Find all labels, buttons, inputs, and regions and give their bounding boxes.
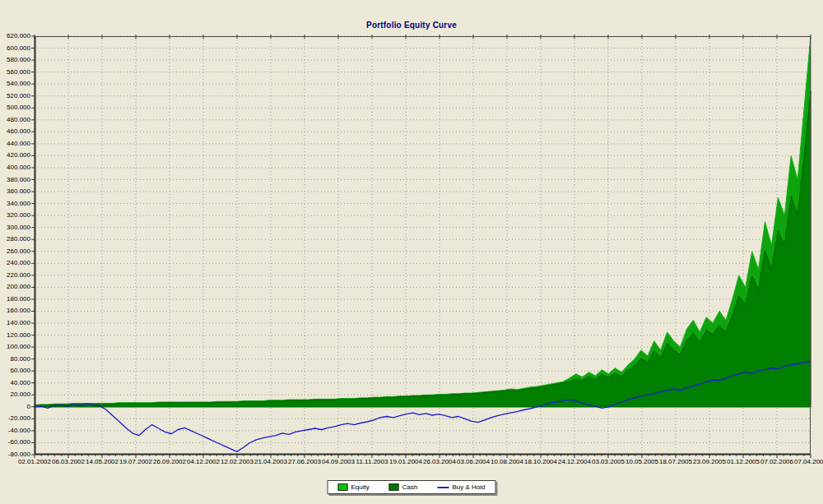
x-tick-label: 10.08.2004 xyxy=(491,458,523,465)
y-tick-label: 620.000 xyxy=(0,33,30,39)
y-tick-label: 220.000 xyxy=(0,272,30,279)
x-tick-label: 01.12.2005 xyxy=(727,458,760,465)
y-tick-label: 600.000 xyxy=(0,45,30,52)
y-tick-label: 520.000 xyxy=(0,93,30,99)
x-tick-label: 26.09.2002 xyxy=(153,458,186,465)
y-tick-label: 40.000 xyxy=(0,380,30,386)
legend-item-cash: Cash xyxy=(389,483,418,491)
y-tick-label: 300.000 xyxy=(0,224,30,231)
legend-item-buy-hold: Buy & Hold xyxy=(437,483,485,491)
x-tick-label: 27.06.2003 xyxy=(288,458,321,465)
x-tick-label: 07.04.2006 xyxy=(794,458,823,465)
y-tick-label: -40.000 xyxy=(0,428,30,434)
x-tick-label: 02.01.2002 xyxy=(18,458,51,465)
x-tick-label: 03.06.2004 xyxy=(457,458,490,465)
y-tick-label: 400.000 xyxy=(0,164,30,171)
x-tick-label: 14.05.2002 xyxy=(86,458,119,465)
plot-area xyxy=(35,36,811,455)
y-tick-label: 360.000 xyxy=(0,188,30,195)
x-tick-label: 04.09.2003 xyxy=(322,458,355,465)
x-tick-label: 06.03.2002 xyxy=(52,458,85,465)
y-tick-label: 420.000 xyxy=(0,152,30,159)
y-tick-label: 560.000 xyxy=(0,69,30,76)
y-tick-label: 460.000 xyxy=(0,128,30,135)
plot-canvas xyxy=(35,36,811,455)
x-axis-labels: 02.01.200206.03.200214.05.200219.07.2002… xyxy=(35,458,811,468)
legend-color-swatch xyxy=(389,483,399,491)
x-tick-label: 04.12.2002 xyxy=(187,458,220,465)
x-tick-label: 10.05.2005 xyxy=(625,458,658,465)
y-tick-label: 260.000 xyxy=(0,248,30,255)
y-tick-label: 120.000 xyxy=(0,332,30,339)
legend-line-marker xyxy=(437,487,449,488)
y-tick-label: -80.000 xyxy=(0,451,30,458)
y-tick-label: 100.000 xyxy=(0,344,30,350)
x-tick-label: 23.09.2005 xyxy=(693,458,726,465)
chart-legend: EquityCashBuy & Hold xyxy=(328,480,496,494)
x-tick-label: 07.02.2006 xyxy=(760,458,793,465)
y-tick-label: 480.000 xyxy=(0,117,30,123)
y-tick-label: 160.000 xyxy=(0,307,30,314)
x-tick-label: 19.07.2002 xyxy=(119,458,152,465)
x-tick-label: 11.11.2003 xyxy=(356,458,388,465)
legend-label: Buy & Hold xyxy=(452,483,485,491)
y-tick-label: 500.000 xyxy=(0,104,30,111)
y-tick-label: 280.000 xyxy=(0,236,30,243)
y-tick-label: 320.000 xyxy=(0,212,30,219)
y-tick-label: 60.000 xyxy=(0,368,30,374)
y-tick-label: -20.000 xyxy=(0,415,30,422)
portfolio-equity-chart: Portfolio Equity Curve 620.000600.000580… xyxy=(0,0,823,504)
x-tick-label: 21.04.2003 xyxy=(254,458,287,465)
y-tick-label: 140.000 xyxy=(0,320,30,326)
x-tick-label: 18.10.2004 xyxy=(524,458,557,465)
x-tick-label: 03.03.2005 xyxy=(592,458,625,465)
y-tick-label: 80.000 xyxy=(0,356,30,363)
legend-label: Equity xyxy=(351,483,370,491)
y-tick-label: 240.000 xyxy=(0,260,30,266)
y-tick-label: 380.000 xyxy=(0,177,30,183)
legend-color-swatch xyxy=(338,483,348,491)
y-tick-label: -60.000 xyxy=(0,439,30,446)
y-axis-labels: 620.000600.000580.000560.000540.000520.0… xyxy=(0,36,30,455)
chart-title: Portfolio Equity Curve xyxy=(0,21,823,30)
y-tick-label: 540.000 xyxy=(0,81,30,87)
y-tick-label: 200.000 xyxy=(0,284,30,290)
y-tick-label: 580.000 xyxy=(0,57,30,63)
legend-item-equity: Equity xyxy=(338,483,370,491)
x-tick-label: 26.03.2004 xyxy=(423,458,456,465)
y-tick-label: 0 xyxy=(0,404,30,410)
x-tick-label: 12.02.2003 xyxy=(221,458,253,465)
y-tick-label: 180.000 xyxy=(0,296,30,303)
y-tick-label: 340.000 xyxy=(0,201,30,207)
y-tick-label: 440.000 xyxy=(0,141,30,147)
series-area-cash xyxy=(35,91,811,407)
x-tick-label: 18.07.2005 xyxy=(659,458,692,465)
legend-label: Cash xyxy=(402,483,418,491)
x-tick-label: 24.12.2004 xyxy=(558,458,591,465)
x-tick-label: 19.01.2004 xyxy=(389,458,422,465)
y-tick-label: 20.000 xyxy=(0,391,30,398)
